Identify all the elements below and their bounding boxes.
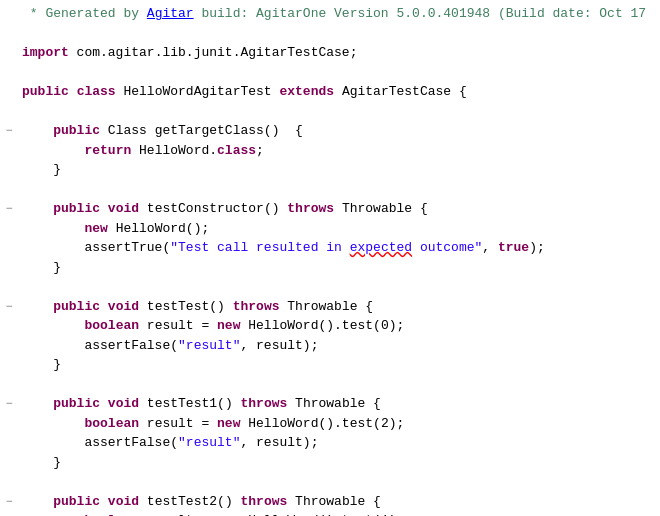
code-line: public class HelloWordAgitarTest extends… — [0, 82, 660, 102]
code-editor: * Generated by Agitar build: AgitarOne V… — [0, 0, 660, 516]
gutter: − — [0, 301, 18, 313]
token: import — [22, 45, 69, 60]
token: AgitarTestCase { — [334, 84, 467, 99]
line-content: boolean result = new HelloWord().test(2)… — [18, 414, 656, 434]
line-content: public Class getTargetClass() { — [18, 121, 656, 141]
token: new — [217, 318, 240, 333]
collapse-icon[interactable]: − — [5, 496, 12, 508]
token — [22, 494, 53, 509]
token: assertFalse( — [22, 338, 178, 353]
code-line: assertFalse("result", result); — [0, 336, 660, 356]
line-content: new HelloWord(); — [18, 219, 656, 239]
code-line — [0, 63, 660, 83]
token — [22, 221, 84, 236]
code-line: return HelloWord.class; — [0, 141, 660, 161]
token: result = — [139, 318, 217, 333]
code-line: − public void testTest2() throws Throwab… — [0, 492, 660, 512]
gutter: − — [0, 125, 18, 137]
line-content: return HelloWord.class; — [18, 141, 656, 161]
code-line: } — [0, 258, 660, 278]
collapse-icon[interactable]: − — [5, 398, 12, 410]
line-content: public void testTest1() throws Throwable… — [18, 394, 656, 414]
token: ; — [256, 143, 264, 158]
code-line: new HelloWord(); — [0, 219, 660, 239]
token: testConstructor() — [139, 201, 287, 216]
code-line: − public void testConstructor() throws T… — [0, 199, 660, 219]
collapse-icon[interactable]: − — [5, 125, 12, 137]
token: public — [22, 84, 69, 99]
token — [100, 494, 108, 509]
token: throws — [233, 299, 280, 314]
token — [22, 318, 84, 333]
line-content — [18, 472, 656, 492]
code-line: } — [0, 160, 660, 180]
token: , result); — [240, 338, 318, 353]
token: HelloWord().test(2); — [240, 416, 404, 431]
token: HelloWord. — [131, 143, 217, 158]
token: class — [217, 143, 256, 158]
collapse-icon[interactable]: − — [5, 203, 12, 215]
code-line: import com.agitar.lib.junit.AgitarTestCa… — [0, 43, 660, 63]
token: true — [498, 240, 529, 255]
token: expected — [350, 240, 412, 255]
line-content: boolean result = new HelloWord().test(1)… — [18, 511, 656, 516]
token: class — [77, 84, 116, 99]
token: testTest2() — [139, 494, 240, 509]
token: HelloWordAgitarTest — [116, 84, 280, 99]
token: void — [108, 494, 139, 509]
code-line — [0, 180, 660, 200]
line-content — [18, 24, 656, 44]
token — [69, 84, 77, 99]
code-line — [0, 102, 660, 122]
token — [22, 123, 53, 138]
collapse-icon[interactable]: − — [5, 301, 12, 313]
token: , — [482, 240, 498, 255]
line-content: public void testConstructor() throws Thr… — [18, 199, 656, 219]
token: testTest() — [139, 299, 233, 314]
token: Agitar — [147, 6, 194, 21]
token: new — [84, 221, 107, 236]
code-line: boolean result = new HelloWord().test(2)… — [0, 414, 660, 434]
line-content: * Generated by Agitar build: AgitarOne V… — [18, 4, 656, 24]
code-line: − public Class getTargetClass() { — [0, 121, 660, 141]
line-content — [18, 63, 656, 83]
token — [100, 299, 108, 314]
token: void — [108, 201, 139, 216]
token: HelloWord(); — [108, 221, 209, 236]
token: public — [53, 396, 100, 411]
token: Class getTargetClass() { — [100, 123, 303, 138]
line-content: public class HelloWordAgitarTest extends… — [18, 82, 656, 102]
token — [100, 201, 108, 216]
token: result = — [139, 416, 217, 431]
line-content: } — [18, 258, 656, 278]
token: extends — [279, 84, 334, 99]
line-content: } — [18, 355, 656, 375]
gutter: − — [0, 203, 18, 215]
token: assertTrue( — [22, 240, 170, 255]
token: build: AgitarOne Version 5.0.0.401948 (B… — [194, 6, 646, 21]
line-content: assertFalse("result", result); — [18, 433, 656, 453]
code-line — [0, 472, 660, 492]
code-line — [0, 277, 660, 297]
code-line: assertTrue("Test call resulted in expect… — [0, 238, 660, 258]
token: throws — [240, 396, 287, 411]
token: return — [84, 143, 131, 158]
token — [22, 416, 84, 431]
token: boolean — [84, 318, 139, 333]
token: boolean — [84, 416, 139, 431]
token: HelloWord().test(0); — [240, 318, 404, 333]
token: "result" — [178, 435, 240, 450]
code-line: } — [0, 453, 660, 473]
token: void — [108, 299, 139, 314]
token — [100, 396, 108, 411]
token: Throwable { — [287, 494, 381, 509]
token: public — [53, 201, 100, 216]
line-content — [18, 277, 656, 297]
token: Throwable { — [334, 201, 428, 216]
gutter: − — [0, 496, 18, 508]
token: Throwable { — [280, 299, 374, 314]
line-content: assertTrue("Test call resulted in expect… — [18, 238, 656, 258]
token: * Generated by — [22, 6, 147, 21]
token: ); — [529, 240, 545, 255]
token: public — [53, 123, 100, 138]
